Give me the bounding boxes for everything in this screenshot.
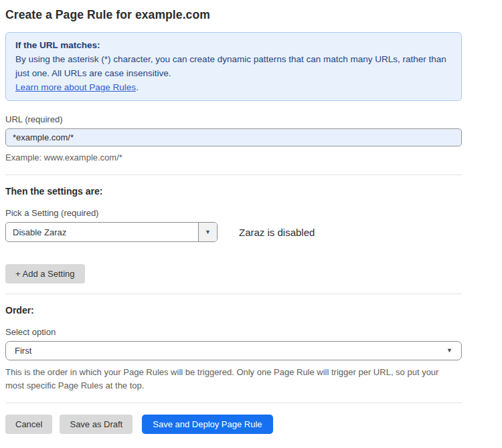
- setting-status-text: Zaraz is disabled: [239, 227, 315, 238]
- order-select-label: Select option: [5, 327, 462, 337]
- order-select[interactable]: First ▼: [5, 341, 462, 360]
- divider: [5, 175, 462, 175]
- save-deploy-button[interactable]: Save and Deploy Page Rule: [142, 415, 272, 434]
- setting-row: Disable Zaraz ▼ Zaraz is disabled: [5, 222, 462, 242]
- caret-down-icon: ▼: [446, 348, 452, 354]
- caret-down-icon: ▼: [205, 229, 211, 235]
- divider: [5, 403, 462, 403]
- page-title: Create a Page Rule for example.com: [5, 8, 467, 22]
- pick-setting-label: Pick a Setting (required): [5, 208, 462, 218]
- order-select-value: First: [15, 346, 31, 356]
- learn-more-link[interactable]: Learn more about Page Rules: [15, 82, 136, 92]
- url-input[interactable]: [5, 128, 462, 146]
- save-draft-button[interactable]: Save as Draft: [60, 415, 133, 434]
- order-section-heading: Order:: [5, 305, 462, 316]
- page-rule-form: Create a Page Rule for example.com If th…: [0, 0, 467, 434]
- form-actions: Cancel Save as Draft Save and Deploy Pag…: [5, 415, 462, 434]
- add-setting-button[interactable]: + Add a Setting: [5, 264, 85, 284]
- info-box-heading: If the URL matches:: [15, 38, 452, 52]
- setting-dropdown-value: Disable Zaraz: [6, 227, 66, 237]
- order-helper-text: This is the order in which your Page Rul…: [5, 366, 457, 393]
- url-label: URL (required): [5, 114, 462, 124]
- settings-section-heading: Then the settings are:: [5, 186, 462, 197]
- url-example-helper: Example: www.example.com/*: [5, 151, 462, 164]
- info-box-body: By using the asterisk (*) character, you…: [15, 52, 452, 80]
- setting-dropdown-caret-button[interactable]: ▼: [198, 223, 217, 241]
- info-box-link-line: Learn more about Page Rules.: [15, 80, 452, 94]
- link-suffix: .: [136, 82, 139, 92]
- url-match-info-box: If the URL matches: By using the asteris…: [5, 32, 462, 101]
- cancel-button[interactable]: Cancel: [5, 415, 52, 434]
- divider: [5, 294, 462, 294]
- setting-dropdown[interactable]: Disable Zaraz ▼: [5, 222, 218, 242]
